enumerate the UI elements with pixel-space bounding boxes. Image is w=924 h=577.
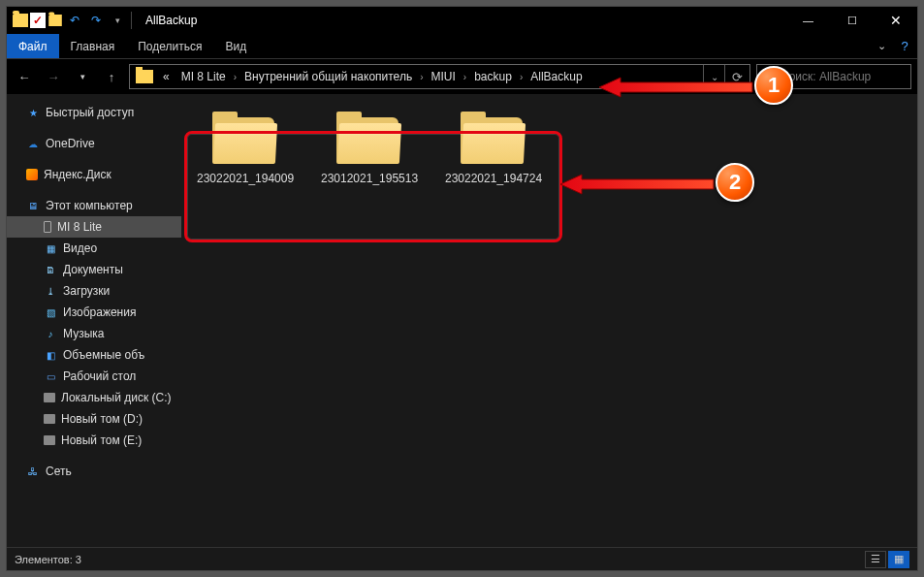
- titlebar: ✓ ↶ ↷ ▾ AllBackup — ☐ ✕: [7, 7, 917, 34]
- sidebar-item-label: Объемные объ: [63, 348, 144, 362]
- cloud-icon: ☁: [26, 137, 40, 150]
- sidebar-item-label: Музыка: [63, 327, 104, 340]
- sidebar-videos[interactable]: ▦Видео: [7, 238, 181, 259]
- sidebar-quick-access[interactable]: ★Быстрый доступ: [7, 102, 181, 123]
- search-box[interactable]: 🔍︎: [756, 64, 911, 89]
- view-details-button[interactable]: ☰: [865, 551, 886, 568]
- tab-view[interactable]: Вид: [213, 34, 258, 58]
- chevron-right-icon[interactable]: ›: [462, 72, 468, 82]
- desktop-icon: ▭: [44, 369, 57, 383]
- breadcrumb-prefix[interactable]: «: [157, 65, 175, 88]
- sidebar-item-label: OneDrive: [46, 137, 95, 150]
- folder-item[interactable]: 23012021_195513: [321, 110, 418, 185]
- nav-forward-button[interactable]: →: [42, 65, 65, 88]
- breadcrumb-item[interactable]: AllBackup: [525, 65, 588, 88]
- folder-item[interactable]: 23022021_194009: [197, 110, 294, 185]
- ribbon-tabs: Файл Главная Поделиться Вид ⌄ ?: [7, 34, 917, 59]
- sidebar-item-label: Новый том (E:): [61, 433, 142, 447]
- chevron-right-icon[interactable]: ›: [232, 72, 239, 82]
- sidebar-disk-c[interactable]: Локальный диск (C:): [7, 387, 181, 408]
- chevron-right-icon[interactable]: ›: [418, 72, 425, 82]
- qat-dropdown-icon[interactable]: ▾: [108, 11, 127, 30]
- breadcrumb-item[interactable]: MIUI: [426, 65, 462, 88]
- window-title: AllBackup: [145, 14, 197, 27]
- help-icon[interactable]: ?: [892, 34, 917, 58]
- sidebar-item-label: Изображения: [63, 305, 136, 319]
- network-icon: 🖧: [26, 465, 40, 478]
- sidebar-item-label: MI 8 Lite: [57, 220, 102, 234]
- disk-icon: [44, 414, 55, 424]
- sidebar-desktop[interactable]: ▭Рабочий стол: [7, 366, 181, 387]
- undo-icon[interactable]: ↶: [65, 11, 84, 30]
- breadcrumb-item[interactable]: backup: [468, 65, 518, 88]
- video-icon: ▦: [44, 241, 57, 255]
- folder-grid: 23022021_194009 23012021_195513 23022021…: [197, 110, 902, 185]
- minimize-button[interactable]: —: [786, 7, 830, 34]
- sidebar-item-label: Рабочий стол: [63, 369, 136, 383]
- breadcrumb-item[interactable]: Внутренний общий накопитель: [239, 65, 418, 88]
- address-bar[interactable]: « MI 8 Lite › Внутренний общий накопител…: [129, 64, 750, 89]
- sidebar-disk-e[interactable]: Новый том (E:): [7, 430, 181, 451]
- folder-icon: [136, 70, 153, 83]
- content-pane[interactable]: 23022021_194009 23012021_195513 23022021…: [181, 94, 917, 547]
- sidebar-this-pc[interactable]: 🖥Этот компьютер: [7, 195, 181, 216]
- close-button[interactable]: ✕: [874, 7, 917, 34]
- sidebar-images[interactable]: ▧Изображения: [7, 302, 181, 323]
- sidebar-item-label: Локальный диск (C:): [61, 391, 172, 404]
- folder-name: 23022021_194724: [445, 172, 542, 185]
- folder-icon: [335, 110, 404, 164]
- qat-newfolder-icon[interactable]: [48, 15, 62, 26]
- nav-recent-dropdown[interactable]: ▾: [71, 65, 94, 88]
- app-icon: [13, 14, 28, 27]
- breadcrumb-item[interactable]: MI 8 Lite: [175, 65, 232, 88]
- folder-name: 23022021_194009: [197, 172, 294, 185]
- folder-name: 23012021_195513: [321, 172, 418, 185]
- sidebar-item-label: Яндекс.Диск: [44, 168, 112, 181]
- sidebar-mi8lite[interactable]: MI 8 Lite: [7, 216, 181, 238]
- redo-icon[interactable]: ↷: [86, 11, 106, 30]
- search-icon: 🔍︎: [763, 70, 775, 83]
- navigation-pane[interactable]: ★Быстрый доступ ☁OneDrive Яндекс.Диск 🖥Э…: [7, 94, 181, 547]
- image-icon: ▧: [44, 305, 57, 319]
- folder-item[interactable]: 23022021_194724: [445, 110, 542, 185]
- status-item-count: Элементов: 3: [15, 554, 81, 565]
- sidebar-documents[interactable]: 🗎Документы: [7, 259, 181, 280]
- sidebar-item-label: Документы: [63, 263, 123, 276]
- tab-home[interactable]: Главная: [59, 34, 127, 58]
- maximize-button[interactable]: ☐: [830, 7, 874, 34]
- sidebar-music[interactable]: ♪Музыка: [7, 323, 181, 344]
- sidebar-network[interactable]: 🖧Сеть: [7, 461, 181, 482]
- tab-file[interactable]: Файл: [7, 34, 59, 58]
- nav-back-button[interactable]: ←: [13, 65, 36, 88]
- sidebar-disk-d[interactable]: Новый том (D:): [7, 408, 181, 430]
- sidebar-item-label: Видео: [63, 241, 97, 255]
- view-switcher: ☰ ▦: [865, 551, 909, 568]
- sidebar-item-label: Новый том (D:): [61, 412, 143, 426]
- navigation-row: ← → ▾ ↑ « MI 8 Lite › Внутренний общий н…: [7, 59, 917, 94]
- ribbon-expand-icon[interactable]: ⌄: [871, 34, 892, 58]
- disk-icon: [44, 435, 55, 445]
- star-icon: ★: [26, 106, 40, 119]
- tab-share[interactable]: Поделиться: [126, 34, 213, 58]
- phone-icon: [44, 221, 51, 233]
- qat-properties-icon[interactable]: ✓: [30, 13, 46, 28]
- sidebar-downloads[interactable]: ⤓Загрузки: [7, 280, 181, 302]
- window-controls: — ☐ ✕: [786, 7, 917, 34]
- address-dropdown-icon[interactable]: ⌄: [703, 65, 724, 88]
- folder-icon: [459, 110, 528, 164]
- refresh-icon[interactable]: ⟳: [724, 65, 749, 88]
- sidebar-item-label: Быстрый доступ: [46, 106, 134, 119]
- folder-icon: [210, 110, 280, 164]
- sidebar-yandex-disk[interactable]: Яндекс.Диск: [7, 164, 181, 185]
- sidebar-3d-objects[interactable]: ◧Объемные объ: [7, 344, 181, 366]
- nav-up-button[interactable]: ↑: [100, 65, 123, 88]
- explorer-body: ★Быстрый доступ ☁OneDrive Яндекс.Диск 🖥Э…: [7, 94, 917, 547]
- explorer-window: ✓ ↶ ↷ ▾ AllBackup — ☐ ✕ Файл Главная Под…: [6, 6, 918, 571]
- view-icons-button[interactable]: ▦: [888, 551, 909, 568]
- disk-icon: [44, 393, 55, 402]
- search-input[interactable]: [781, 70, 924, 83]
- sidebar-item-label: Загрузки: [63, 284, 110, 298]
- monitor-icon: 🖥: [26, 199, 40, 212]
- sidebar-onedrive[interactable]: ☁OneDrive: [7, 133, 181, 154]
- chevron-right-icon[interactable]: ›: [518, 72, 525, 82]
